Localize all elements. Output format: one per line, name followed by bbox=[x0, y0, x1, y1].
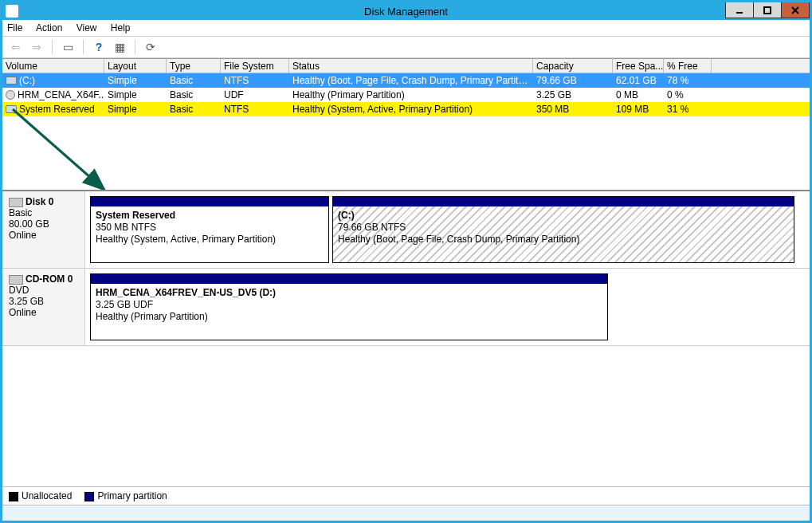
toolbar: ⇐ ⇒ ▭ ? ▦ ⟳ bbox=[2, 37, 810, 58]
disk-icon bbox=[9, 275, 23, 285]
col-filesystem[interactable]: File System bbox=[221, 59, 289, 73]
window-controls bbox=[726, 2, 810, 20]
disk-type: Basic bbox=[9, 207, 32, 218]
partition-name: HRM_CENA_X64FREV_EN-US_DV5 (D:) bbox=[96, 287, 602, 299]
disk-icon bbox=[9, 198, 23, 207]
menu-action[interactable]: Action bbox=[36, 22, 62, 33]
volume-type: Basic bbox=[167, 75, 221, 86]
volume-freespace: 0 MB bbox=[613, 89, 664, 100]
disk-row: CD-ROM 0DVD3.25 GBOnlineHRM_CENA_X64FREV… bbox=[2, 269, 810, 346]
legend-primary: Primary partition bbox=[84, 490, 167, 501]
partition-name: System Reserved bbox=[96, 210, 324, 222]
disk-size: 3.25 GB bbox=[9, 296, 44, 307]
disk-label[interactable]: CD-ROM 0DVD3.25 GBOnline bbox=[2, 269, 85, 345]
menu-help[interactable]: Help bbox=[111, 22, 131, 33]
volume-type: Basic bbox=[167, 89, 221, 100]
partition-header-bar bbox=[333, 197, 794, 206]
volume-freespace: 109 MB bbox=[613, 104, 664, 115]
volume-list-header: Volume Layout Type File System Status Ca… bbox=[2, 59, 810, 73]
partition-status: Healthy (Primary Partition) bbox=[96, 311, 602, 323]
disk-size: 80.00 GB bbox=[9, 218, 49, 230]
toolbar-separator bbox=[83, 40, 84, 54]
partition-sizefs: 3.25 GB UDF bbox=[96, 299, 602, 311]
volume-row[interactable]: HRM_CENA_X64F...SimpleBasicUDFHealthy (P… bbox=[2, 88, 810, 102]
refresh-button[interactable]: ⟳ bbox=[142, 38, 159, 56]
col-type[interactable]: Type bbox=[167, 59, 221, 73]
partition[interactable]: System Reserved350 MB NTFSHealthy (Syste… bbox=[90, 196, 329, 263]
legend: Unallocated Primary partition bbox=[2, 486, 810, 505]
disk-partitions: System Reserved350 MB NTFSHealthy (Syste… bbox=[85, 191, 810, 268]
volume-name: System Reserved bbox=[19, 104, 95, 115]
col-layout[interactable]: Layout bbox=[104, 59, 167, 73]
volume-capacity: 3.25 GB bbox=[533, 89, 613, 100]
disk-management-window: Disk Management File Action View Help ⇐ … bbox=[0, 0, 812, 523]
col-status[interactable]: Status bbox=[289, 59, 533, 73]
volume-layout: Simple bbox=[104, 104, 167, 115]
close-button[interactable] bbox=[781, 2, 810, 18]
disk-status: Online bbox=[9, 307, 37, 318]
partition-sizefs: 350 MB NTFS bbox=[96, 222, 324, 234]
col-volume[interactable]: Volume bbox=[2, 59, 104, 73]
toolbar-separator bbox=[135, 40, 135, 54]
volume-status: Healthy (System, Active, Primary Partiti… bbox=[289, 104, 533, 115]
volume-pctfree: 0 % bbox=[664, 89, 712, 100]
disk-graphical-view[interactable]: Disk 0Basic80.00 GBOnlineSystem Reserved… bbox=[2, 190, 810, 486]
legend-unallocated: Unallocated bbox=[9, 490, 72, 501]
volume-name: HRM_CENA_X64F... bbox=[18, 89, 104, 100]
swatch-primary bbox=[84, 492, 94, 501]
col-freespace[interactable]: Free Spa... bbox=[613, 59, 664, 73]
partition-sizefs: 79.66 GB NTFS bbox=[338, 222, 789, 234]
properties-button[interactable]: ▭ bbox=[59, 38, 76, 56]
disk-status: Online bbox=[9, 230, 37, 241]
drive-icon bbox=[6, 90, 15, 100]
volume-filesystem: NTFS bbox=[221, 104, 289, 115]
disk-label[interactable]: Disk 0Basic80.00 GBOnline bbox=[2, 191, 85, 268]
partition-body: HRM_CENA_X64FREV_EN-US_DV5 (D:)3.25 GB U… bbox=[91, 284, 607, 340]
forward-button[interactable]: ⇒ bbox=[28, 38, 45, 56]
disk-row: Disk 0Basic80.00 GBOnlineSystem Reserved… bbox=[2, 191, 810, 269]
titlebar: Disk Management bbox=[2, 2, 810, 20]
volume-layout: Simple bbox=[104, 89, 167, 100]
volume-pctfree: 78 % bbox=[664, 75, 712, 86]
partition-body: (C:)79.66 GB NTFSHealthy (Boot, Page Fil… bbox=[333, 206, 794, 262]
minimize-button[interactable] bbox=[725, 2, 754, 18]
status-bar bbox=[2, 505, 810, 521]
partition[interactable]: HRM_CENA_X64FREV_EN-US_DV5 (D:)3.25 GB U… bbox=[90, 273, 608, 340]
volume-name: (C:) bbox=[19, 75, 35, 86]
volume-capacity: 350 MB bbox=[533, 104, 613, 115]
volume-row[interactable]: System ReservedSimpleBasicNTFSHealthy (S… bbox=[2, 102, 810, 116]
window-title: Disk Management bbox=[2, 6, 810, 18]
col-pctfree[interactable]: % Free bbox=[664, 59, 712, 73]
help-button[interactable]: ? bbox=[90, 38, 108, 56]
view-button[interactable]: ▦ bbox=[111, 38, 128, 56]
svg-line-5 bbox=[13, 109, 104, 190]
partition[interactable]: (C:)79.66 GB NTFSHealthy (Boot, Page Fil… bbox=[332, 196, 794, 263]
disk-id: CD-ROM 0 bbox=[25, 273, 73, 285]
volume-layout: Simple bbox=[104, 75, 167, 86]
menu-bar: File Action View Help bbox=[2, 20, 810, 37]
volume-pctfree: 31 % bbox=[664, 104, 712, 115]
volume-status: Healthy (Primary Partition) bbox=[289, 89, 533, 100]
partition-body: System Reserved350 MB NTFSHealthy (Syste… bbox=[91, 206, 328, 262]
back-button[interactable]: ⇐ bbox=[7, 38, 25, 56]
volume-status: Healthy (Boot, Page File, Crash Dump, Pr… bbox=[289, 75, 533, 86]
toolbar-separator bbox=[52, 40, 53, 54]
volume-capacity: 79.66 GB bbox=[533, 75, 613, 86]
partition-status: Healthy (Boot, Page File, Crash Dump, Pr… bbox=[338, 234, 789, 246]
disk-partitions: HRM_CENA_X64FREV_EN-US_DV5 (D:)3.25 GB U… bbox=[85, 269, 810, 345]
partition-header-bar bbox=[91, 197, 328, 206]
disk-type: DVD bbox=[9, 285, 29, 296]
drive-icon bbox=[6, 77, 17, 85]
disk-id: Disk 0 bbox=[25, 196, 53, 207]
volume-freespace: 62.01 GB bbox=[613, 75, 664, 86]
volume-list-body[interactable]: (C:)SimpleBasicNTFSHealthy (Boot, Page F… bbox=[2, 73, 810, 190]
swatch-unallocated bbox=[9, 492, 18, 501]
svg-rect-1 bbox=[764, 7, 771, 14]
maximize-button[interactable] bbox=[753, 2, 782, 18]
col-capacity[interactable]: Capacity bbox=[533, 59, 613, 73]
menu-view[interactable]: View bbox=[76, 22, 97, 33]
menu-file[interactable]: File bbox=[7, 22, 22, 33]
volume-list: Volume Layout Type File System Status Ca… bbox=[2, 58, 810, 190]
partition-status: Healthy (System, Active, Primary Partiti… bbox=[96, 234, 324, 246]
volume-row[interactable]: (C:)SimpleBasicNTFSHealthy (Boot, Page F… bbox=[2, 73, 810, 88]
